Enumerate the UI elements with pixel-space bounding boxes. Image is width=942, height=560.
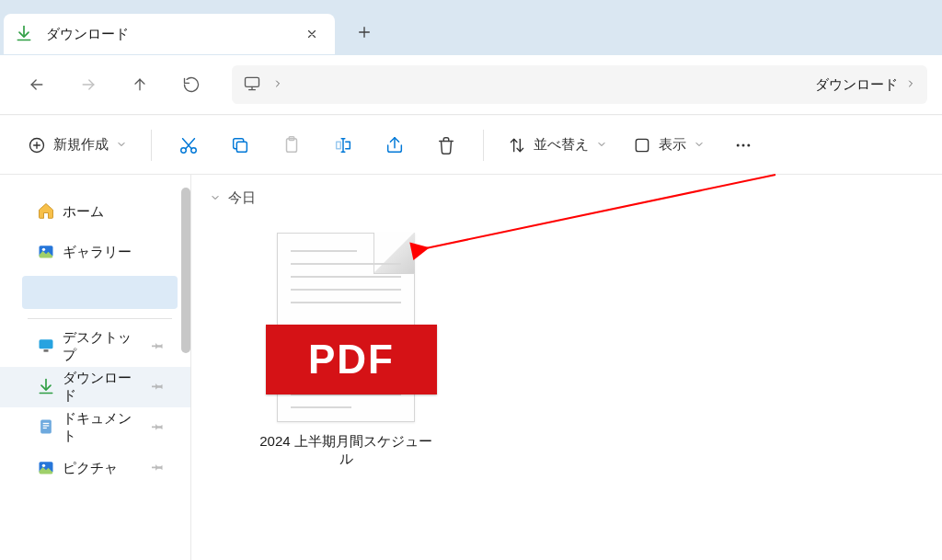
svg-rect-0 <box>246 77 259 86</box>
file-item[interactable]: PDF 2024 上半期月間スケジュール <box>247 225 445 475</box>
share-button[interactable] <box>371 127 419 164</box>
more-button[interactable] <box>719 127 767 164</box>
sidebar-item-label: デスクトップ <box>63 329 144 364</box>
up-button[interactable] <box>118 63 162 107</box>
sidebar-item-gallery[interactable]: ギャラリー <box>0 232 190 272</box>
home-icon <box>37 201 55 223</box>
sidebar-item-home[interactable]: ホーム <box>0 191 190 232</box>
svg-point-10 <box>747 143 750 146</box>
sidebar-item-highlight[interactable] <box>22 276 178 309</box>
download-arrow-icon <box>15 24 33 45</box>
sort-button[interactable]: 並べ替え <box>497 127 618 164</box>
gallery-icon <box>37 242 55 263</box>
chevron-down-icon <box>210 190 221 206</box>
view-button[interactable]: 表示 <box>622 127 716 164</box>
chevron-down-icon <box>596 138 607 153</box>
sidebar-item-label: ギャラリー <box>63 244 132 261</box>
back-button[interactable] <box>15 63 59 107</box>
tab-title: ダウンロード <box>42 26 291 43</box>
sidebar-item-documents[interactable]: ドキュメント <box>0 407 190 448</box>
svg-point-12 <box>42 247 45 250</box>
monitor-icon <box>243 74 261 96</box>
svg-rect-14 <box>44 349 49 352</box>
download-arrow-icon <box>37 377 55 398</box>
sidebar-item-label: ダウンロード <box>63 370 144 405</box>
sidebar-item-downloads[interactable]: ダウンロード <box>0 367 190 407</box>
nav-bar: ダウンロード <box>0 55 942 114</box>
group-header-today[interactable]: 今日 <box>210 189 924 207</box>
documents-icon <box>37 417 55 439</box>
sidebar: ホーム ギャラリー デスクトップ ダウンロード <box>0 175 191 560</box>
pin-icon[interactable] <box>152 339 165 355</box>
new-button[interactable]: 新規作成 <box>17 127 138 164</box>
pin-icon[interactable] <box>152 420 165 436</box>
new-button-label: 新規作成 <box>53 136 109 154</box>
file-name: 2024 上半期月間スケジュール <box>254 433 438 468</box>
toolbar-separator <box>151 130 152 161</box>
svg-rect-18 <box>43 427 47 428</box>
toolbar-separator <box>483 130 484 161</box>
svg-rect-17 <box>43 425 50 426</box>
breadcrumb-current[interactable]: ダウンロード <box>815 76 898 94</box>
svg-rect-15 <box>40 419 52 433</box>
svg-point-8 <box>737 143 740 146</box>
pdf-file-icon: PDF <box>266 233 426 426</box>
sort-button-label: 並べ替え <box>534 136 589 154</box>
address-bar[interactable]: ダウンロード <box>232 65 927 104</box>
breadcrumb: ダウンロード <box>272 76 916 94</box>
chevron-down-icon <box>694 138 705 153</box>
content-pane: 今日 <box>191 175 942 560</box>
view-button-label: 表示 <box>659 136 686 154</box>
group-header-label: 今日 <box>228 189 256 207</box>
svg-rect-4 <box>236 142 247 152</box>
rename-button[interactable] <box>319 127 367 164</box>
copy-button[interactable] <box>216 127 264 164</box>
paste-button[interactable] <box>268 127 316 164</box>
sidebar-item-label: ホーム <box>63 203 104 221</box>
file-grid: PDF 2024 上半期月間スケジュール <box>210 216 924 485</box>
main-area: ホーム ギャラリー デスクトップ ダウンロード <box>0 175 942 560</box>
sidebar-item-pictures[interactable]: ピクチャ <box>0 448 190 488</box>
pictures-icon <box>37 458 55 479</box>
chevron-down-icon <box>116 138 127 153</box>
delete-button[interactable] <box>422 127 470 164</box>
svg-rect-13 <box>40 339 53 349</box>
toolbar: 新規作成 並べ替え 表示 <box>0 115 942 174</box>
tab-strip: ダウンロード <box>0 0 942 55</box>
close-icon[interactable] <box>300 22 324 46</box>
refresh-button[interactable] <box>169 63 213 107</box>
chevron-right-icon <box>272 77 283 92</box>
pdf-badge: PDF <box>266 325 437 394</box>
pin-icon[interactable] <box>152 461 165 476</box>
svg-point-9 <box>742 143 745 146</box>
svg-rect-16 <box>43 422 50 423</box>
sidebar-item-desktop[interactable]: デスクトップ <box>0 326 190 367</box>
svg-rect-7 <box>636 139 648 151</box>
sidebar-separator <box>28 318 172 319</box>
tab-downloads[interactable]: ダウンロード <box>4 14 335 54</box>
pin-icon[interactable] <box>152 380 165 395</box>
sidebar-item-label: ドキュメント <box>63 410 144 445</box>
forward-button[interactable] <box>66 63 110 107</box>
new-tab-button[interactable] <box>344 12 385 52</box>
sidebar-item-label: ピクチャ <box>63 460 118 477</box>
desktop-icon <box>37 337 55 358</box>
svg-point-20 <box>42 463 45 466</box>
chevron-right-icon[interactable] <box>905 77 916 92</box>
cut-button[interactable] <box>165 127 213 164</box>
